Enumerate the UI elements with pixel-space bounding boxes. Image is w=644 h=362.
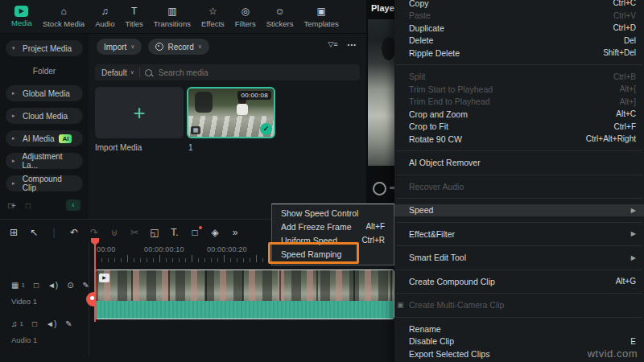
search-input[interactable] bbox=[157, 68, 289, 78]
sidebar-item-project-media[interactable]: ▾Project Media bbox=[6, 40, 83, 56]
media-clip-thumbnail[interactable]: 00:00:08 ▦ ✓ bbox=[187, 87, 275, 138]
submenu-item-label: Add Freeze Frame bbox=[281, 222, 352, 232]
menu-item-crop-to-fit[interactable]: Crop to FitCtrl+F bbox=[394, 121, 644, 134]
menu-item-duplicate[interactable]: DuplicateCtrl+D bbox=[394, 22, 644, 35]
video-track-icon[interactable]: ▦ bbox=[11, 281, 19, 290]
track-wand-icon[interactable]: ✎ bbox=[65, 319, 72, 328]
more-tools-icon[interactable]: » bbox=[229, 227, 241, 238]
menu-shortcut: Alt+] bbox=[620, 97, 636, 106]
submenu-item-add-freeze-frame[interactable]: Add Freeze FrameAlt+F bbox=[272, 220, 394, 233]
menu-item-delete[interactable]: DeleteDel bbox=[394, 35, 644, 47]
record-button-label: Record bbox=[167, 43, 193, 51]
chevron-icon: ▸ bbox=[12, 113, 18, 119]
sidebar-item-label: Adjustment La... bbox=[23, 152, 76, 170]
menu-item-label: Effect&Filter bbox=[409, 229, 455, 239]
menu-separator bbox=[394, 216, 644, 228]
sidebar-item-ai-media[interactable]: ▸AI MediaAI bbox=[6, 130, 83, 146]
sidebar-item-adjustment-la[interactable]: ▸Adjustment La... bbox=[6, 153, 83, 169]
chevron-down-icon: ∨ bbox=[130, 43, 134, 50]
menu-shortcut: E bbox=[630, 337, 636, 346]
media-grid-icon[interactable]: ⊞ bbox=[8, 227, 19, 238]
tab-filters[interactable]: ◎Filters bbox=[235, 6, 256, 28]
sidebar-item-cloud-media[interactable]: ▸Cloud Media bbox=[6, 108, 83, 124]
checkmark-icon: ✓ bbox=[260, 123, 272, 135]
tab-transitions[interactable]: ▥Transitions bbox=[154, 6, 191, 28]
new-folder-icon[interactable]: □+ bbox=[8, 201, 14, 210]
tab-titles[interactable]: TTitles bbox=[125, 6, 142, 28]
import-button[interactable]: Import ∨ bbox=[97, 39, 142, 55]
audio-track-icon[interactable]: ♫ bbox=[11, 319, 18, 328]
stock-media-icon: ⌂ bbox=[60, 6, 66, 18]
menu-item-create-compound-clip[interactable]: Create Compound ClipAlt+G bbox=[394, 275, 644, 288]
menu-item-ai-object-remover[interactable]: AI Object Remover bbox=[394, 157, 644, 170]
transitions-icon: ▥ bbox=[167, 6, 176, 18]
tab-audio[interactable]: ♫Audio bbox=[95, 6, 114, 28]
delete-icon[interactable]: ⊎ bbox=[109, 227, 120, 238]
crop-icon[interactable]: ◱ bbox=[149, 227, 160, 238]
menu-item-smart-edit-tool[interactable]: Smart Edit Tool▶ bbox=[394, 252, 644, 265]
mute-track-icon[interactable]: ◄) bbox=[47, 281, 58, 290]
filter-preset-dropdown[interactable]: Default ∨ bbox=[101, 68, 134, 77]
menu-item-crop-and-zoom[interactable]: Crop and ZoomAlt+C bbox=[394, 108, 644, 121]
submenu-item-show-speed-control[interactable]: Show Speed Control bbox=[272, 206, 394, 220]
menu-item-rename[interactable]: Rename bbox=[394, 323, 644, 335]
import-media-tile[interactable]: + bbox=[95, 87, 184, 138]
video-file-icon: ▦ bbox=[191, 126, 200, 134]
submenu-arrow-icon: ▶ bbox=[631, 230, 636, 237]
tab-templates[interactable]: ▣Templates bbox=[303, 6, 338, 28]
menu-item-speed[interactable]: Speed▶ bbox=[394, 204, 644, 217]
sidebar-item-label: AI Media bbox=[23, 134, 54, 143]
sidebar-item-compound-clip[interactable]: ▸Compound Clip bbox=[6, 175, 83, 191]
select-cursor-icon[interactable]: ↖ bbox=[28, 227, 39, 238]
menu-item-label: Recover Audio bbox=[409, 182, 464, 191]
redo-icon[interactable]: ↷ bbox=[89, 227, 100, 238]
delete-folder-icon[interactable]: □ bbox=[26, 201, 31, 210]
menu-item-disable-clip[interactable]: Disable ClipE bbox=[394, 335, 644, 348]
track-folder-icon[interactable]: □ bbox=[34, 281, 39, 290]
menu-shortcut: Ctrl+Alt+Right bbox=[586, 134, 636, 143]
keyframe-icon[interactable]: ◈ bbox=[209, 227, 221, 238]
menu-shortcut: Alt+C bbox=[616, 109, 636, 118]
split-scissors-icon[interactable]: ✂ bbox=[129, 227, 140, 238]
menu-item-copy[interactable]: CopyCtrl+C bbox=[394, 0, 644, 10]
text-tool-icon[interactable]: T. bbox=[169, 227, 180, 238]
hide-track-icon[interactable]: ⊙ bbox=[67, 281, 73, 290]
mask-icon[interactable]: □ bbox=[189, 227, 200, 238]
chevron-icon: ▸ bbox=[12, 180, 18, 187]
menu-item-trim-end-to-playhead: Trim End to PlayheadAlt+] bbox=[394, 96, 644, 109]
menu-item-rotate-90-cw[interactable]: Rotate 90 CWCtrl+Alt+Right bbox=[394, 133, 644, 146]
tab-effects[interactable]: ☆Effects bbox=[201, 6, 225, 28]
more-options-icon[interactable]: ••• bbox=[348, 41, 357, 48]
tab-label: Audio bbox=[95, 19, 114, 28]
track-wand-icon[interactable]: ✎ bbox=[83, 281, 89, 290]
menu-item-create-multi-camera-clip: ▣Create Multi-Camera Clip bbox=[394, 299, 644, 312]
record-button[interactable]: Record ∨ bbox=[148, 39, 208, 55]
mute-track-icon[interactable]: ◄) bbox=[46, 319, 56, 328]
tab-label: Stickers bbox=[266, 19, 294, 28]
tab-stickers[interactable]: ☺Stickers bbox=[266, 6, 294, 28]
stickers-icon: ☺ bbox=[275, 6, 284, 18]
menu-item-recover-audio: Recover Audio bbox=[394, 180, 644, 193]
tab-stock-media[interactable]: ⌂Stock Media bbox=[43, 6, 85, 28]
sidebar-item-label: Project Media bbox=[23, 44, 72, 53]
sidebar-item-global-media[interactable]: ▸Global Media bbox=[6, 85, 83, 101]
menu-item-effect-filter[interactable]: Effect&Filter▶ bbox=[394, 228, 644, 241]
collapse-sidebar-button[interactable]: ‹ bbox=[66, 200, 80, 211]
menu-item-label: Copy bbox=[409, 0, 429, 8]
submenu-arrow-icon: ▶ bbox=[631, 254, 636, 261]
person-shape bbox=[237, 104, 248, 115]
play-button[interactable] bbox=[373, 182, 386, 195]
menu-item-label: Rename bbox=[409, 324, 441, 334]
playhead[interactable] bbox=[94, 242, 96, 322]
tab-media[interactable]: ▶Media bbox=[11, 6, 32, 27]
undo-icon[interactable]: ↶ bbox=[68, 227, 80, 238]
media-panel: Import ∨ Record ∨ ▽≡ ••• Default ∨ + Imp… bbox=[89, 34, 366, 219]
menu-item-label: Trim End to Playhead bbox=[409, 97, 490, 106]
sidebar-item-folder[interactable]: Folder bbox=[6, 63, 83, 79]
track-folder-icon[interactable]: □ bbox=[32, 319, 37, 328]
menu-shortcut: Ctrl+B bbox=[613, 72, 636, 81]
menu-item-ripple-delete[interactable]: Ripple DeleteShift+Del bbox=[394, 47, 644, 60]
media-sidebar: ▾Project MediaFolder▸Global Media▸Cloud … bbox=[0, 34, 89, 219]
filter-icon[interactable]: ▽≡ bbox=[328, 40, 337, 48]
timeline-video-clip[interactable]: ▶ bbox=[95, 269, 394, 319]
